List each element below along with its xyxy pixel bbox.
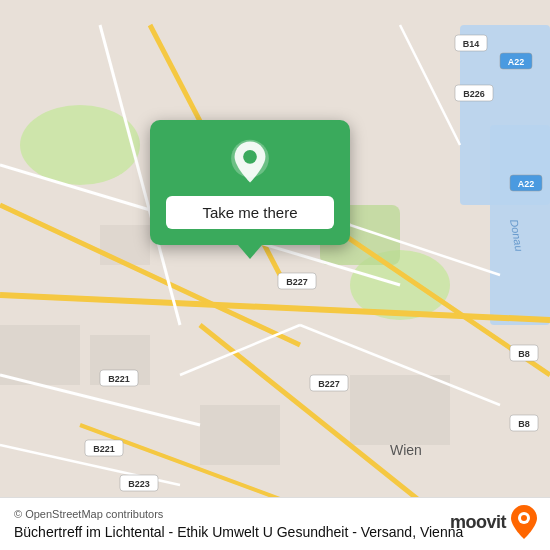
moovit-pin-icon bbox=[510, 504, 538, 540]
moovit-logo: moovit bbox=[450, 504, 538, 540]
svg-point-53 bbox=[243, 150, 257, 164]
svg-text:A22: A22 bbox=[508, 57, 525, 67]
svg-text:B221: B221 bbox=[93, 444, 115, 454]
take-me-there-button[interactable]: Take me there bbox=[166, 196, 334, 229]
moovit-text: moovit bbox=[450, 512, 506, 533]
svg-text:B227: B227 bbox=[286, 277, 308, 287]
svg-text:B227: B227 bbox=[318, 379, 340, 389]
map-svg: B227 B221 B221 B223 B14 B226 A22 A22 B8 … bbox=[0, 0, 550, 550]
svg-text:B8: B8 bbox=[518, 349, 530, 359]
svg-text:B226: B226 bbox=[463, 89, 485, 99]
svg-rect-9 bbox=[200, 405, 280, 465]
svg-text:B221: B221 bbox=[108, 374, 130, 384]
svg-rect-10 bbox=[100, 225, 150, 265]
map-container: B227 B221 B221 B223 B14 B226 A22 A22 B8 … bbox=[0, 0, 550, 550]
location-pin-icon bbox=[226, 138, 274, 186]
svg-text:B223: B223 bbox=[128, 479, 150, 489]
popup-card: Take me there bbox=[150, 120, 350, 245]
svg-point-55 bbox=[521, 515, 527, 521]
svg-text:Wien: Wien bbox=[390, 442, 422, 458]
svg-text:B14: B14 bbox=[463, 39, 480, 49]
svg-rect-8 bbox=[350, 375, 450, 445]
svg-point-1 bbox=[20, 105, 140, 185]
svg-text:B8: B8 bbox=[518, 419, 530, 429]
svg-rect-6 bbox=[0, 325, 80, 385]
svg-text:A22: A22 bbox=[518, 179, 535, 189]
